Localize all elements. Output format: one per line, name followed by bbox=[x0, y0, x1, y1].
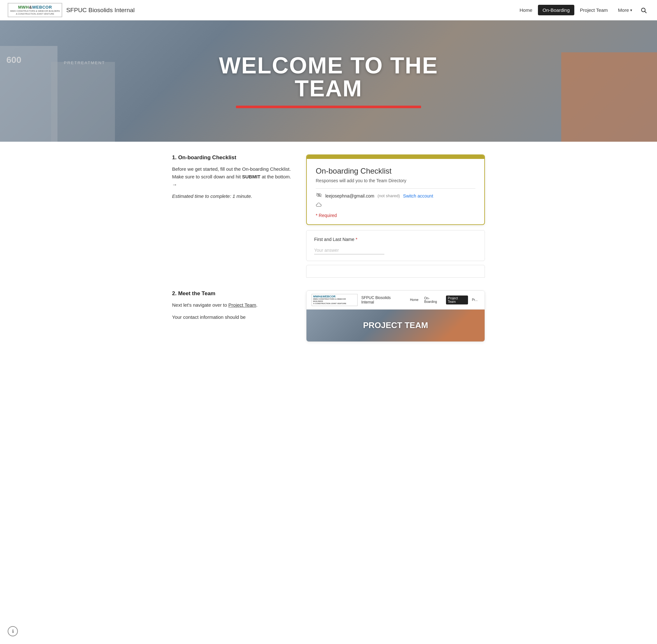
preview-card: MWH&WEBCOR MWH CONSTRUCTORS & WEBCOR BUI… bbox=[306, 291, 485, 342]
search-button[interactable] bbox=[638, 4, 649, 16]
form-card-header-bar bbox=[307, 155, 484, 159]
hero-title: WELCOME TO THE TEAM bbox=[219, 54, 438, 100]
preview-header: MWH&WEBCOR MWH CONSTRUCTORS & WEBCOR BUI… bbox=[307, 291, 484, 309]
eye-slash-icon bbox=[316, 192, 322, 199]
hero-content: WELCOME TO THE TEAM bbox=[219, 54, 438, 108]
building-label: PRETREATMENT bbox=[64, 60, 105, 65]
preview-hero: PROJECT TEAM bbox=[307, 309, 484, 342]
right-col-section1: On-boarding Checklist Responses will add… bbox=[306, 155, 485, 278]
email-row: leejosephna@gmail.com (not shared) Switc… bbox=[316, 192, 475, 199]
more-label: More bbox=[618, 7, 629, 13]
first-last-name-input[interactable] bbox=[314, 246, 384, 254]
logo-area: MWH&WEBCOR MWH CONSTRUCTORS & WEBCOR BUI… bbox=[8, 3, 135, 17]
form-title: On-boarding Checklist bbox=[316, 167, 475, 176]
email-address: leejosephna@gmail.com bbox=[325, 193, 375, 199]
preview-logo: MWH&WEBCOR MWH CONSTRUCTORS & WEBCOR BUI… bbox=[312, 294, 358, 306]
hero-section: 600 PRETREATMENT WELCOME TO THE TEAM bbox=[0, 20, 657, 142]
preview-nav-pr: Pr... bbox=[470, 297, 479, 302]
logo-top: MWH&WEBCOR bbox=[18, 5, 52, 9]
nav-more[interactable]: More ▾ bbox=[614, 5, 637, 15]
building-number: 600 bbox=[6, 55, 21, 65]
preview-nav-project-team: Project Team bbox=[446, 296, 468, 304]
submit-bold-label: SUBMIT bbox=[242, 174, 260, 179]
site-title: SFPUC Biosolids Internal bbox=[66, 7, 134, 14]
chevron-down-icon: ▾ bbox=[630, 8, 632, 13]
form-card: On-boarding Checklist Responses will add… bbox=[306, 155, 485, 225]
logo-mhw: MWH bbox=[18, 5, 29, 9]
main-nav: Home On-Boarding Project Team More ▾ bbox=[515, 4, 649, 16]
search-icon bbox=[640, 7, 647, 14]
section1-heading: 1. On-boarding Checklist bbox=[172, 155, 293, 161]
main-content-section2: 2. Meet the Team Next let's navigate ove… bbox=[153, 291, 504, 354]
section2-text2: Your contact information should be bbox=[172, 314, 293, 321]
logo-box: MWH&WEBCOR MWH CONSTRUCTORS & WEBCOR BUI… bbox=[8, 3, 62, 17]
preview-nav-onboarding: On-Boarding bbox=[422, 296, 444, 304]
cloud-icon bbox=[316, 202, 323, 209]
logo-amp: & bbox=[29, 5, 32, 9]
form-card-body: On-boarding Checklist Responses will add… bbox=[307, 159, 484, 224]
svg-line-1 bbox=[645, 11, 647, 13]
left-col-section2: 2. Meet the Team Next let's navigate ove… bbox=[172, 291, 306, 325]
building-right bbox=[561, 52, 657, 142]
right-col-section2: MWH&WEBCOR MWH CONSTRUCTORS & WEBCOR BUI… bbox=[306, 291, 485, 342]
section1-text: Before we get started, fill out the On-b… bbox=[172, 165, 293, 189]
nav-onboarding[interactable]: On-Boarding bbox=[538, 5, 574, 15]
preview-site-title: SFPUC Biosolids Internal bbox=[361, 296, 404, 304]
hero-divider bbox=[236, 106, 421, 108]
required-asterisk: * bbox=[356, 237, 357, 242]
header: MWH&WEBCOR MWH CONSTRUCTORS & WEBCOR BUI… bbox=[0, 0, 657, 20]
nav-project-team[interactable]: Project Team bbox=[575, 5, 612, 15]
nav-home[interactable]: Home bbox=[515, 5, 537, 15]
logo-sub: MWH CONSTRUCTORS & WEBCOR BUILDERS A CON… bbox=[10, 9, 60, 15]
field-card-partial bbox=[306, 265, 485, 278]
project-team-link[interactable]: Project Team bbox=[228, 302, 256, 308]
main-content-section1: 1. On-boarding Checklist Before we get s… bbox=[153, 142, 504, 291]
cloud-row bbox=[316, 202, 475, 209]
section2-text: Next let's navigate over to Project Team… bbox=[172, 301, 293, 309]
field-label-name: First and Last Name * bbox=[314, 237, 477, 242]
section2-heading: 2. Meet the Team bbox=[172, 291, 293, 297]
field-card-name: First and Last Name * bbox=[306, 230, 485, 261]
not-shared-label: (not shared) bbox=[378, 193, 400, 198]
required-label: * Required bbox=[316, 213, 475, 218]
preview-hero-title: PROJECT TEAM bbox=[363, 320, 428, 330]
building-center bbox=[51, 62, 115, 142]
form-subtitle: Responses will add you to the Team Direc… bbox=[316, 178, 475, 183]
form-divider bbox=[316, 188, 475, 189]
switch-account-link[interactable]: Switch account bbox=[403, 193, 433, 199]
logo-webcor: WEBCOR bbox=[32, 5, 52, 9]
preview-nav-home: Home bbox=[408, 297, 421, 302]
left-col-section1: 1. On-boarding Checklist Before we get s… bbox=[172, 155, 306, 199]
section1-estimated: Estimated time to complete: 1 minute. bbox=[172, 193, 293, 199]
arrow-icon: → bbox=[172, 182, 177, 187]
preview-nav: Home On-Boarding Project Team Pr... bbox=[408, 296, 479, 304]
